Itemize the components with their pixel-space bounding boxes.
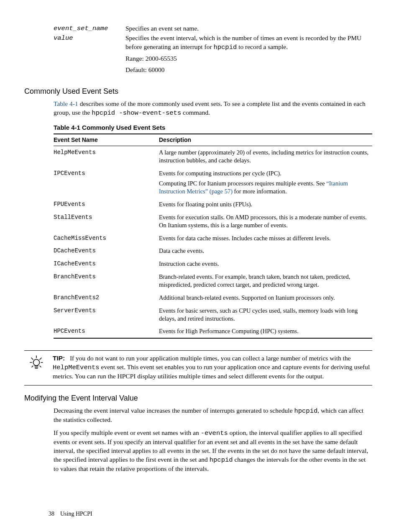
page-number: 38 xyxy=(49,511,54,517)
text: Decreasing the event interval value incr… xyxy=(54,407,294,414)
table-row: FPUEvents Events for floating point unit… xyxy=(54,198,372,211)
text: Computing IPC for Itanium processors req… xyxy=(159,180,326,187)
lightbulb-icon xyxy=(24,354,49,372)
table-row: ServerEvents Events for basic servers, s… xyxy=(54,304,372,325)
event-desc: Events for data cache misses. Includes c… xyxy=(159,232,372,245)
event-desc: Additional branch-related events. Suppor… xyxy=(159,291,372,304)
event-name: DCacheEvents xyxy=(54,244,159,257)
paragraph: If you specify multiple event or event s… xyxy=(54,429,372,473)
event-name: HelpMeEvents xyxy=(54,146,159,167)
param-row: event_set_name Specifies an event set na… xyxy=(54,24,372,33)
svg-line-2 xyxy=(31,358,33,360)
section-body: Decreasing the event interval value incr… xyxy=(54,406,372,473)
col-description: Description xyxy=(159,134,372,146)
code: hpcpid xyxy=(213,44,237,51)
param-range: Range: 2000-65535 xyxy=(125,54,372,63)
table-row: HPCEvents Events for High Performance Co… xyxy=(54,325,372,338)
event-name: IPCEvents xyxy=(54,167,159,198)
event-desc: Instruction cache events. xyxy=(159,257,372,270)
param-row: value Specifies the event interval, whic… xyxy=(54,34,372,52)
event-desc: Events for execution stalls. On AMD proc… xyxy=(159,211,372,232)
code: hpcpid xyxy=(294,407,317,415)
table-header-row: Event Set Name Description xyxy=(54,134,372,146)
event-name: BranchEvents xyxy=(54,270,159,291)
section-heading: Modifying the Event Interval Value xyxy=(24,393,372,403)
section-body: Table 4-1 describes some of the more com… xyxy=(54,100,372,339)
table-row: StallEvents Events for execution stalls.… xyxy=(54,211,372,232)
event-name: HPCEvents xyxy=(54,325,159,338)
footer-title: Using HPCPI xyxy=(60,511,92,517)
table-row: CacheMissEvents Events for data cache mi… xyxy=(54,232,372,245)
parameter-list: event_set_name Specifies an event set na… xyxy=(54,24,372,75)
param-term: value xyxy=(54,34,125,43)
text: command. xyxy=(181,109,210,116)
text: If you specify multiple event or event s… xyxy=(54,429,201,436)
tip-label: TIP: xyxy=(53,355,65,362)
event-name: StallEvents xyxy=(54,211,159,232)
text: event set. This event set enables you to… xyxy=(53,363,370,380)
event-desc: Events for computing instructions per cy… xyxy=(159,167,372,198)
tip-box: TIP: If you do not want to run your appl… xyxy=(24,350,372,386)
param-default: Default: 60000 xyxy=(125,66,372,75)
event-name: ServerEvents xyxy=(54,304,159,325)
table-row: IPCEvents Events for computing instructi… xyxy=(54,167,372,198)
event-name: BranchEvents2 xyxy=(54,291,159,304)
svg-line-3 xyxy=(40,358,41,360)
table-ref-link[interactable]: Table 4-1 xyxy=(54,100,78,107)
code: hpcpid -show-event-sets xyxy=(92,109,181,117)
code: hpcpid xyxy=(210,456,233,464)
svg-point-0 xyxy=(33,360,40,366)
table-row: ICacheEvents Instruction cache events. xyxy=(54,257,372,270)
table-row: DCacheEvents Data cache events. xyxy=(54,244,372,257)
event-desc: Branch-related events. For example, bran… xyxy=(159,270,372,291)
event-desc: Data cache events. xyxy=(159,244,372,257)
event-desc: A large number (approximately 20) of eve… xyxy=(159,146,372,167)
event-desc: Events for High Performance Computing (H… xyxy=(159,325,372,338)
table-row: HelpMeEvents A large number (approximate… xyxy=(54,146,372,167)
col-event-set-name: Event Set Name xyxy=(54,134,159,146)
page: event_set_name Specifies an event set na… xyxy=(24,24,372,518)
param-desc: Specifies an event set name. xyxy=(125,24,372,33)
event-desc: Events for basic servers, such as CPU cy… xyxy=(159,304,372,325)
page-footer: 38 Using HPCPI xyxy=(49,510,92,518)
svg-line-6 xyxy=(32,366,33,367)
event-name: ICacheEvents xyxy=(54,257,159,270)
code: HelpMeEvents xyxy=(53,364,100,371)
tip-text: TIP: If you do not want to run your appl… xyxy=(53,354,372,381)
table-row: BranchEvents Branch-related events. For … xyxy=(54,270,372,291)
text: Events for computing instructions per cy… xyxy=(159,170,370,177)
section-heading: Commonly Used Event Sets xyxy=(24,86,372,96)
event-desc: Events for floating point units (FPUs). xyxy=(159,198,372,211)
event-sets-table: Event Set Name Description HelpMeEvents … xyxy=(54,134,372,339)
code: -events xyxy=(201,429,228,437)
table-caption: Table 4-1 Commonly Used Event Sets xyxy=(54,123,372,132)
intro-paragraph: Table 4-1 describes some of the more com… xyxy=(54,100,372,118)
table-row: BranchEvents2 Additional branch-related … xyxy=(54,291,372,304)
event-name: FPUEvents xyxy=(54,198,159,211)
text: Computing IPC for Itanium processors req… xyxy=(159,180,370,195)
paragraph: Decreasing the event interval value incr… xyxy=(54,406,372,424)
event-name: CacheMissEvents xyxy=(54,232,159,245)
text: If you do not want to run your applicati… xyxy=(70,355,351,362)
svg-line-7 xyxy=(40,366,41,367)
param-desc: Specifies the event interval, which is t… xyxy=(125,34,372,52)
text: to record a sample. xyxy=(237,43,288,50)
param-term: event_set_name xyxy=(54,24,125,33)
text: for more information. xyxy=(233,188,287,195)
